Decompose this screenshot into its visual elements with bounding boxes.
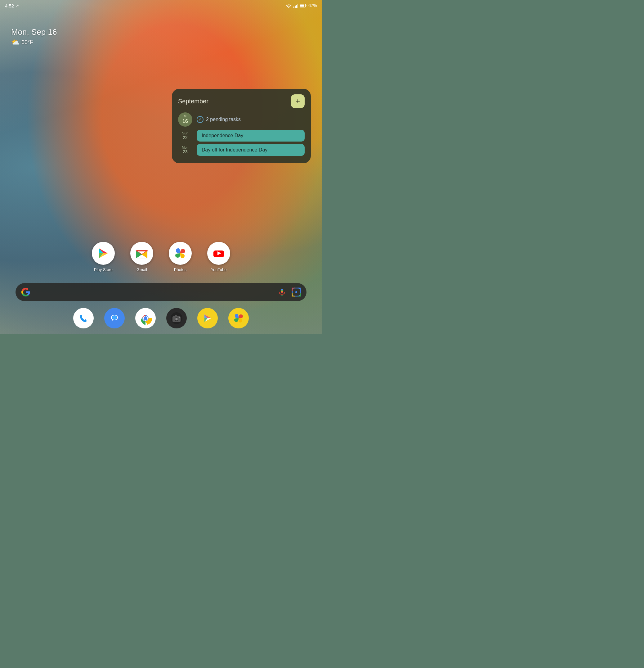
app-row: Play Store Gmail (0, 242, 322, 272)
calendar-today-row: M 16 2 pending tasks (178, 112, 304, 127)
svg-point-32 (112, 316, 116, 319)
youtube-icon (212, 246, 225, 260)
lens-icon (292, 287, 301, 297)
date-widget: Mon, Sep 16 ⛅ 60°F (11, 27, 57, 46)
status-time: 4:52 (5, 3, 14, 9)
photos-icon (173, 246, 187, 260)
google-g-logo (20, 287, 31, 298)
dock-play-store[interactable] (197, 308, 218, 329)
calendar-event-row-1[interactable]: Sun 22 Independence Day (178, 130, 304, 141)
status-bar: 4:52 ↗ 67% (0, 0, 322, 11)
svg-point-28 (78, 312, 89, 324)
svg-rect-5 (300, 5, 304, 7)
today-day-letter: M (184, 115, 186, 118)
calendar-month: September (178, 98, 208, 105)
status-icons: 67% (286, 3, 317, 8)
app-play-store[interactable]: Play Store (92, 242, 115, 272)
svg-rect-1 (295, 5, 296, 8)
messages-icon (109, 312, 120, 324)
task-check-icon (197, 116, 204, 123)
calendar-widget: September + M 16 2 pending tasks Sun 22 … (172, 89, 311, 163)
google-logo-icon (21, 288, 30, 297)
gmail-icon (135, 246, 148, 260)
date-text: Mon, Sep 16 (11, 27, 57, 37)
google-lens-button[interactable] (291, 287, 301, 298)
svg-rect-25 (281, 292, 283, 293)
event-title-2: Day off for Independence Day (202, 147, 267, 152)
svg-rect-6 (305, 5, 306, 6)
weather-temp: 60°F (21, 39, 33, 46)
calendar-event-row-2[interactable]: Mon 23 Day off for Independence Day (178, 144, 304, 156)
svg-point-41 (176, 318, 177, 320)
play-store-label: Play Store (94, 267, 113, 272)
photos-icon-circle (169, 242, 192, 265)
status-arrow-icon: ↗ (16, 3, 19, 8)
photos-dock-icon (232, 312, 245, 324)
event-pill-2[interactable]: Day off for Independence Day (197, 144, 304, 156)
event-day-name-1: Sun (178, 131, 192, 135)
svg-point-43 (179, 317, 180, 318)
phone-icon (78, 312, 89, 324)
svg-point-36 (144, 316, 147, 320)
battery-percent: 67% (308, 3, 317, 8)
play-store-dock-icon (201, 312, 214, 324)
calendar-add-button[interactable]: + (291, 94, 304, 108)
signal-icon (294, 3, 298, 8)
play-store-icon-circle (92, 242, 115, 265)
svg-rect-23 (281, 290, 283, 291)
dock (0, 308, 322, 329)
event-day-num-2: 23 (178, 149, 192, 154)
pending-tasks-text: 2 pending tasks (206, 117, 241, 122)
gmail-label: Gmail (137, 267, 147, 272)
calendar-header: September + (178, 94, 304, 108)
dock-messages[interactable] (104, 308, 125, 329)
photos-label: Photos (174, 267, 186, 272)
dock-chrome[interactable] (135, 308, 156, 329)
today-day-number: 16 (183, 118, 188, 124)
gmail-icon-circle (130, 242, 153, 265)
today-circle: M 16 (178, 112, 192, 127)
svg-rect-42 (175, 315, 177, 317)
play-store-icon (96, 246, 110, 260)
weather-icon: ⛅ (11, 38, 19, 46)
event-day-col-2: Mon 23 (178, 146, 192, 154)
svg-rect-0 (294, 6, 294, 8)
battery-icon (300, 4, 307, 7)
event-title-1: Independence Day (202, 133, 243, 138)
svg-point-27 (295, 291, 297, 293)
dock-camera[interactable] (166, 308, 187, 329)
camera-icon (171, 312, 183, 324)
mic-icon (278, 288, 286, 296)
event-day-col-1: Sun 22 (178, 131, 192, 140)
dock-phone[interactable] (73, 308, 94, 329)
search-bar[interactable] (16, 283, 307, 301)
event-pill-1[interactable]: Independence Day (197, 130, 304, 141)
svg-rect-2 (296, 5, 297, 8)
event-day-name-2: Mon (178, 146, 192, 149)
app-gmail[interactable]: Gmail (130, 242, 153, 272)
app-photos[interactable]: Photos (169, 242, 192, 272)
weather-row: ⛅ 60°F (11, 38, 57, 46)
event-day-num-1: 22 (178, 135, 192, 140)
youtube-label: YouTube (210, 267, 226, 272)
dock-photos[interactable] (228, 308, 249, 329)
svg-rect-3 (297, 4, 298, 8)
chrome-icon (139, 312, 152, 325)
pending-tasks: 2 pending tasks (197, 116, 241, 123)
app-youtube[interactable]: YouTube (207, 242, 230, 272)
youtube-icon-circle (207, 242, 230, 265)
svg-rect-22 (281, 289, 283, 290)
voice-search-button[interactable] (277, 287, 287, 298)
svg-rect-24 (281, 291, 283, 292)
wifi-icon (286, 3, 292, 8)
svg-rect-15 (136, 250, 147, 252)
